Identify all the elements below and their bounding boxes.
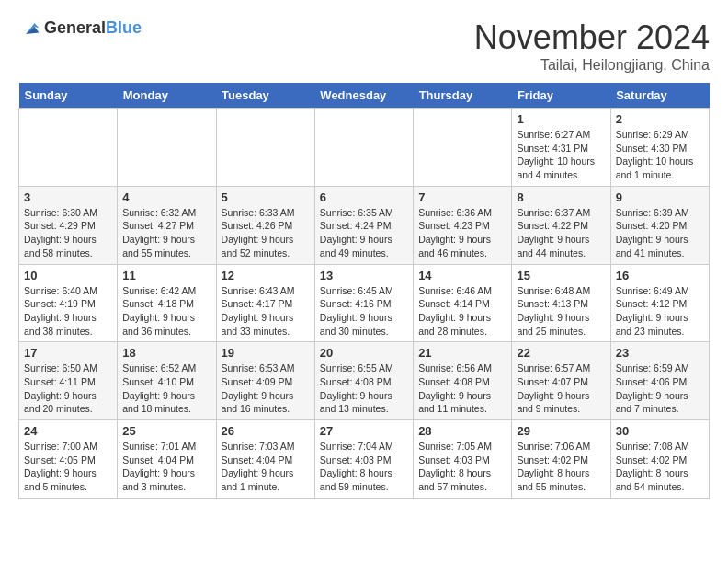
day-number: 11	[122, 269, 210, 282]
day-info: Sunrise: 6:48 AM Sunset: 4:13 PM Dayligh…	[517, 284, 605, 339]
calendar-week-row: 24Sunrise: 7:00 AM Sunset: 4:05 PM Dayli…	[19, 420, 710, 499]
day-info: Sunrise: 6:46 AM Sunset: 4:14 PM Dayligh…	[418, 284, 506, 339]
day-number: 25	[122, 424, 210, 438]
logo-general-text: General	[44, 18, 106, 37]
calendar-cell: 16Sunrise: 6:49 AM Sunset: 4:12 PM Dayli…	[610, 264, 709, 342]
weekday-header: Saturday	[610, 83, 709, 109]
day-number: 14	[418, 269, 506, 282]
month-title: November 2024	[474, 18, 710, 57]
day-info: Sunrise: 6:40 AM Sunset: 4:19 PM Dayligh…	[24, 284, 112, 339]
calendar-cell: 10Sunrise: 6:40 AM Sunset: 4:19 PM Dayli…	[19, 264, 118, 342]
day-info: Sunrise: 6:59 AM Sunset: 4:06 PM Dayligh…	[616, 362, 704, 416]
day-info: Sunrise: 6:33 AM Sunset: 4:26 PM Dayligh…	[222, 206, 310, 260]
calendar-cell: 25Sunrise: 7:01 AM Sunset: 4:04 PM Dayli…	[118, 420, 216, 499]
day-info: Sunrise: 6:36 AM Sunset: 4:23 PM Dayligh…	[418, 206, 506, 260]
day-number: 2	[616, 112, 704, 126]
calendar-cell: 8Sunrise: 6:37 AM Sunset: 4:22 PM Daylig…	[512, 186, 610, 264]
calendar-cell: 19Sunrise: 6:53 AM Sunset: 4:09 PM Dayli…	[216, 342, 314, 420]
calendar-cell	[314, 109, 413, 187]
calendar-cell: 1Sunrise: 6:27 AM Sunset: 4:31 PM Daylig…	[512, 109, 610, 187]
calendar-cell: 13Sunrise: 6:45 AM Sunset: 4:16 PM Dayli…	[314, 264, 413, 342]
calendar-cell: 9Sunrise: 6:39 AM Sunset: 4:20 PM Daylig…	[610, 186, 709, 264]
day-info: Sunrise: 6:45 AM Sunset: 4:16 PM Dayligh…	[320, 284, 408, 339]
day-info: Sunrise: 6:56 AM Sunset: 4:08 PM Dayligh…	[418, 362, 506, 416]
calendar-cell: 14Sunrise: 6:46 AM Sunset: 4:14 PM Dayli…	[414, 264, 512, 342]
calendar-cell: 15Sunrise: 6:48 AM Sunset: 4:13 PM Dayli…	[512, 264, 610, 342]
day-number: 23	[616, 346, 704, 360]
calendar-cell: 6Sunrise: 6:35 AM Sunset: 4:24 PM Daylig…	[314, 186, 413, 264]
calendar-cell: 21Sunrise: 6:56 AM Sunset: 4:08 PM Dayli…	[414, 342, 512, 420]
day-info: Sunrise: 7:01 AM Sunset: 4:04 PM Dayligh…	[122, 440, 210, 494]
day-number: 20	[320, 346, 408, 360]
day-info: Sunrise: 6:27 AM Sunset: 4:31 PM Dayligh…	[517, 128, 605, 182]
day-info: Sunrise: 6:43 AM Sunset: 4:17 PM Dayligh…	[222, 284, 310, 339]
day-info: Sunrise: 6:39 AM Sunset: 4:20 PM Dayligh…	[616, 206, 704, 260]
day-info: Sunrise: 6:49 AM Sunset: 4:12 PM Dayligh…	[616, 284, 704, 339]
day-number: 5	[222, 190, 310, 204]
day-info: Sunrise: 6:32 AM Sunset: 4:27 PM Dayligh…	[122, 206, 210, 260]
day-number: 28	[418, 424, 506, 438]
calendar-cell: 11Sunrise: 6:42 AM Sunset: 4:18 PM Dayli…	[118, 264, 216, 342]
day-info: Sunrise: 6:57 AM Sunset: 4:07 PM Dayligh…	[517, 362, 605, 416]
calendar-week-row: 17Sunrise: 6:50 AM Sunset: 4:11 PM Dayli…	[19, 342, 710, 420]
day-number: 8	[517, 190, 605, 204]
calendar-cell	[118, 109, 216, 187]
day-info: Sunrise: 6:50 AM Sunset: 4:11 PM Dayligh…	[24, 362, 112, 416]
calendar-cell: 23Sunrise: 6:59 AM Sunset: 4:06 PM Dayli…	[610, 342, 709, 420]
weekday-header: Sunday	[19, 83, 118, 109]
day-number: 1	[517, 112, 605, 126]
calendar-cell: 26Sunrise: 7:03 AM Sunset: 4:04 PM Dayli…	[216, 420, 314, 499]
day-info: Sunrise: 7:08 AM Sunset: 4:02 PM Dayligh…	[616, 440, 704, 494]
day-number: 16	[616, 269, 704, 282]
calendar-cell: 2Sunrise: 6:29 AM Sunset: 4:30 PM Daylig…	[610, 109, 709, 187]
day-info: Sunrise: 6:53 AM Sunset: 4:09 PM Dayligh…	[222, 362, 310, 416]
day-info: Sunrise: 7:06 AM Sunset: 4:02 PM Dayligh…	[517, 440, 605, 494]
weekday-header: Monday	[118, 83, 216, 109]
day-number: 21	[418, 346, 506, 360]
day-number: 30	[616, 424, 704, 438]
day-info: Sunrise: 7:04 AM Sunset: 4:03 PM Dayligh…	[320, 440, 408, 494]
calendar-cell: 3Sunrise: 6:30 AM Sunset: 4:29 PM Daylig…	[19, 186, 118, 264]
calendar-cell	[414, 109, 512, 187]
day-info: Sunrise: 6:35 AM Sunset: 4:24 PM Dayligh…	[320, 206, 408, 260]
day-info: Sunrise: 7:05 AM Sunset: 4:03 PM Dayligh…	[418, 440, 506, 494]
calendar-cell: 28Sunrise: 7:05 AM Sunset: 4:03 PM Dayli…	[414, 420, 512, 499]
day-number: 17	[24, 346, 112, 360]
weekday-header: Friday	[512, 83, 610, 109]
location-title: Tailai, Heilongjiang, China	[474, 57, 710, 74]
calendar-cell: 18Sunrise: 6:52 AM Sunset: 4:10 PM Dayli…	[118, 342, 216, 420]
calendar-cell: 27Sunrise: 7:04 AM Sunset: 4:03 PM Dayli…	[314, 420, 413, 499]
day-number: 15	[517, 269, 605, 282]
calendar-cell: 24Sunrise: 7:00 AM Sunset: 4:05 PM Dayli…	[19, 420, 118, 499]
calendar-week-row: 1Sunrise: 6:27 AM Sunset: 4:31 PM Daylig…	[19, 109, 710, 187]
day-number: 19	[222, 346, 310, 360]
day-info: Sunrise: 6:29 AM Sunset: 4:30 PM Dayligh…	[616, 128, 704, 182]
day-number: 26	[222, 424, 310, 438]
calendar-cell: 4Sunrise: 6:32 AM Sunset: 4:27 PM Daylig…	[118, 186, 216, 264]
day-number: 22	[517, 346, 605, 360]
calendar-cell: 17Sunrise: 6:50 AM Sunset: 4:11 PM Dayli…	[19, 342, 118, 420]
day-number: 6	[320, 190, 408, 204]
calendar-cell	[216, 109, 314, 187]
logo: GeneralBlue	[18, 18, 142, 38]
day-number: 29	[517, 424, 605, 438]
header: GeneralBlue November 2024 Tailai, Heilon…	[18, 18, 710, 74]
day-info: Sunrise: 6:42 AM Sunset: 4:18 PM Dayligh…	[122, 284, 210, 339]
weekday-header: Tuesday	[216, 83, 314, 109]
calendar-cell: 12Sunrise: 6:43 AM Sunset: 4:17 PM Dayli…	[216, 264, 314, 342]
calendar-cell: 7Sunrise: 6:36 AM Sunset: 4:23 PM Daylig…	[414, 186, 512, 264]
weekday-header: Wednesday	[314, 83, 413, 109]
day-number: 18	[122, 346, 210, 360]
day-number: 9	[616, 190, 704, 204]
logo-icon	[18, 19, 40, 38]
logo-blue-text: Blue	[106, 18, 142, 37]
day-info: Sunrise: 7:00 AM Sunset: 4:05 PM Dayligh…	[24, 440, 112, 494]
day-number: 7	[418, 190, 506, 204]
day-number: 4	[122, 190, 210, 204]
day-info: Sunrise: 6:55 AM Sunset: 4:08 PM Dayligh…	[320, 362, 408, 416]
day-info: Sunrise: 7:03 AM Sunset: 4:04 PM Dayligh…	[222, 440, 310, 494]
calendar-week-row: 10Sunrise: 6:40 AM Sunset: 4:19 PM Dayli…	[19, 264, 710, 342]
calendar-cell: 30Sunrise: 7:08 AM Sunset: 4:02 PM Dayli…	[610, 420, 709, 499]
calendar-cell: 20Sunrise: 6:55 AM Sunset: 4:08 PM Dayli…	[314, 342, 413, 420]
day-number: 3	[24, 190, 112, 204]
